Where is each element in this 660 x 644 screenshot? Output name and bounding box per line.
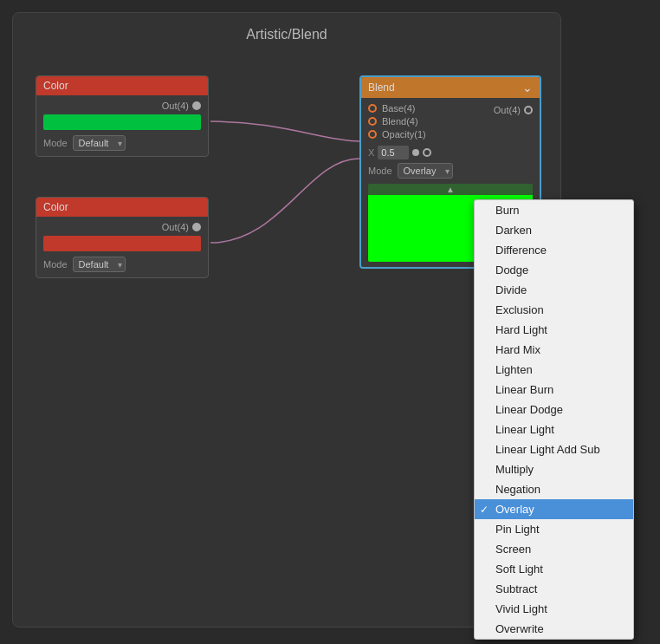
dropdown-item-linear-light-label: Linear Light [495, 423, 554, 436]
color-node-1-header: Color [36, 76, 208, 95]
dropdown-item-divide[interactable]: Divide [475, 280, 633, 300]
dropdown-item-screen[interactable]: Screen [475, 539, 633, 559]
blend-mode-select-wrap: Overlay [398, 163, 453, 179]
dropdown-item-linear-dodge-label: Linear Dodge [495, 403, 563, 416]
dropdown-item-multiply-label: Multiply [495, 463, 534, 476]
blend-mode-select[interactable]: Overlay [398, 163, 453, 179]
base-socket[interactable] [368, 104, 377, 113]
x-radio-socket[interactable] [423, 148, 431, 157]
dropdown-item-overwrite-label: Overwrite [495, 622, 544, 635]
dropdown-item-pin-light[interactable]: Pin Light [475, 519, 633, 539]
blend-out-label: Out(4) [494, 105, 521, 115]
dropdown-item-hard-mix-label: Hard Mix [495, 343, 540, 356]
blend-input-blend: Blend(4) [368, 116, 426, 127]
blend-x-row: X [368, 146, 533, 159]
blend-node-header: Blend ⌄ [361, 77, 540, 98]
blend-socket[interactable] [368, 117, 377, 126]
x-label: X [368, 147, 374, 158]
dropdown-item-negation-label: Negation [495, 483, 540, 496]
dropdown-item-exclusion-label: Exclusion [495, 303, 544, 316]
opacity-socket[interactable] [368, 130, 377, 139]
dropdown-item-hard-mix[interactable]: Hard Mix [475, 340, 633, 360]
color-node-2-mode-select[interactable]: Default [73, 257, 126, 272]
dropdown-item-overwrite[interactable]: Overwrite [475, 619, 633, 639]
dropdown-item-divide-label: Divide [495, 283, 527, 296]
dropdown-item-burn[interactable]: Burn [475, 200, 633, 220]
dropdown-item-lighten[interactable]: Lighten [475, 360, 633, 380]
scroll-up-button[interactable]: ▲ [368, 184, 533, 195]
blend-out-socket[interactable] [524, 106, 533, 114]
dropdown-item-multiply[interactable]: Multiply [475, 459, 633, 479]
dropdown-item-linear-burn-label: Linear Burn [495, 383, 553, 396]
blend-mode-label: Mode [368, 166, 392, 176]
color-node-2-mode-label: Mode [43, 259, 68, 270]
blend-label: Blend(4) [382, 116, 418, 127]
dropdown-item-hard-light[interactable]: Hard Light [475, 320, 633, 340]
opacity-label: Opacity(1) [382, 129, 426, 140]
dropdown-item-subtract-label: Subtract [495, 582, 537, 595]
chevron-down-icon[interactable]: ⌄ [522, 81, 533, 94]
dropdown-item-dodge-label: Dodge [495, 263, 528, 276]
color-node-1-out-socket[interactable] [192, 101, 201, 110]
blend-mode-dropdown: Burn Darken Difference Dodge Divide Excl… [474, 199, 634, 640]
blend-mode-row: Mode Overlay [368, 163, 533, 179]
dropdown-item-negation[interactable]: Negation [475, 479, 633, 499]
dropdown-item-screen-label: Screen [495, 543, 531, 556]
x-socket[interactable] [412, 149, 419, 156]
dropdown-item-hard-light-label: Hard Light [495, 323, 547, 336]
dropdown-item-overlay[interactable]: ✓ Overlay [475, 499, 633, 519]
dropdown-item-darken-label: Darken [495, 224, 532, 237]
color-node-1-mode-label: Mode [43, 138, 68, 148]
base-label: Base(4) [382, 103, 416, 114]
dropdown-item-lighten-label: Lighten [495, 363, 533, 376]
dropdown-item-linear-dodge[interactable]: Linear Dodge [475, 400, 633, 420]
color-node-2-mode-wrap: Default [73, 257, 126, 272]
color-node-2-header: Color [36, 198, 208, 217]
dropdown-item-difference[interactable]: Difference [475, 240, 633, 260]
dropdown-item-linear-light-add-sub-label: Linear Light Add Sub [495, 443, 600, 456]
dropdown-item-linear-light[interactable]: Linear Light [475, 420, 633, 439]
check-icon: ✓ [480, 504, 489, 516]
color-node-1-preview [43, 114, 201, 130]
dropdown-item-soft-light-label: Soft Light [495, 563, 543, 576]
dropdown-item-subtract[interactable]: Subtract [475, 579, 633, 599]
blend-node-title: Blend [368, 81, 395, 94]
dropdown-item-pin-light-label: Pin Light [495, 523, 540, 536]
color-node-1-out-label: Out(4) [162, 101, 189, 111]
blend-input-opacity: Opacity(1) [368, 129, 426, 140]
dropdown-item-linear-light-add-sub[interactable]: Linear Light Add Sub [475, 439, 633, 459]
page-title: Artistic/Blend [13, 13, 560, 53]
color-node-1: Color Out(4) Mode Default [36, 75, 209, 157]
dropdown-item-dodge[interactable]: Dodge [475, 260, 633, 280]
blend-input-base: Base(4) [368, 103, 426, 114]
color-node-2-preview [43, 236, 201, 251]
color-node-2-out-socket[interactable] [192, 223, 201, 231]
dropdown-item-linear-burn[interactable]: Linear Burn [475, 380, 633, 400]
dropdown-item-darken[interactable]: Darken [475, 220, 633, 240]
dropdown-item-soft-light[interactable]: Soft Light [475, 559, 633, 579]
color-node-1-mode-wrap: Default [73, 135, 126, 151]
x-input[interactable] [378, 146, 409, 159]
dropdown-item-exclusion[interactable]: Exclusion [475, 300, 633, 320]
dropdown-item-difference-label: Difference [495, 244, 547, 257]
dropdown-item-vivid-light[interactable]: Vivid Light [475, 599, 633, 619]
color-node-1-mode-select[interactable]: Default [73, 135, 126, 151]
dropdown-item-vivid-light-label: Vivid Light [495, 602, 547, 615]
dropdown-item-overlay-label: Overlay [495, 503, 534, 516]
color-node-2-out-label: Out(4) [162, 222, 189, 232]
color-node-2: Color Out(4) Mode Default [36, 197, 209, 278]
dropdown-item-burn-label: Burn [495, 204, 519, 217]
